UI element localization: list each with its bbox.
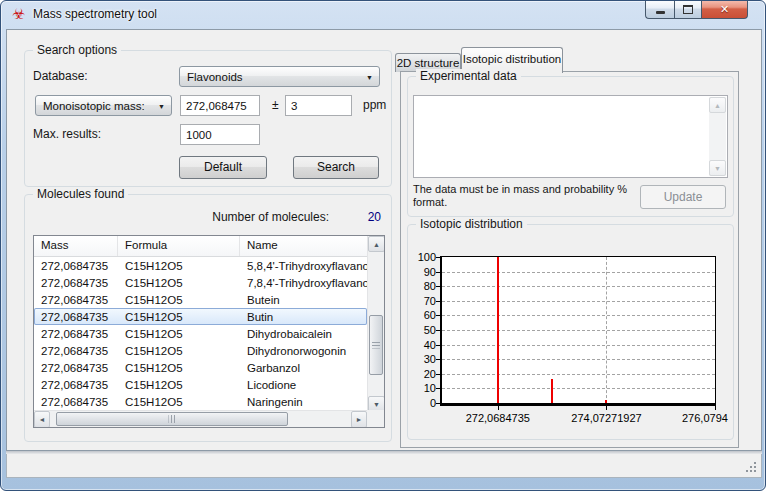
experimental-data-legend: Experimental data (416, 69, 521, 83)
tolerance-input[interactable] (285, 95, 352, 116)
window-controls: ✕ (645, 0, 748, 20)
default-button[interactable]: Default (179, 156, 267, 179)
column-header-mass[interactable]: Mass (34, 236, 118, 256)
cell-formula: C15H12O5 (118, 362, 240, 374)
scroll-up-button[interactable]: ▲ (709, 97, 726, 113)
y-tick-mark (436, 330, 440, 331)
x-tick-label: 274,07271927 (571, 412, 641, 424)
y-tick-label: 10 (408, 382, 436, 394)
cell-mass: 272,0684735 (34, 294, 118, 306)
scroll-down-button[interactable]: ▼ (709, 160, 726, 176)
isotopic-distribution-group: Isotopic distribution 010203040506070809… (407, 224, 734, 440)
gridline-horizontal (442, 330, 715, 331)
textarea-scrollbar[interactable]: ▲ ▼ (709, 97, 726, 176)
y-tick-label: 90 (408, 266, 436, 278)
x-tick-mark (498, 406, 499, 410)
molecules-legend: Molecules found (33, 187, 128, 201)
spectrum-peak (551, 379, 553, 403)
scroll-right-icon: ► (356, 416, 363, 423)
isotopic-chart: 0102030405060708090100272,0684735274,072… (408, 225, 733, 439)
table-row[interactable]: 272,0684735 C15H12O5 5,8,4'-Trihydroxyfl… (34, 257, 367, 274)
scrollbar-corner (367, 410, 384, 427)
table-row[interactable]: 272,0684735 C15H12O5 Licodione (34, 376, 367, 393)
close-button[interactable]: ✕ (702, 0, 748, 19)
vertical-scrollbar-thumb[interactable] (369, 315, 383, 375)
status-bar (6, 454, 762, 478)
scroll-right-button[interactable]: ► (351, 411, 367, 428)
cell-mass: 272,0684735 (34, 277, 118, 289)
gridline-horizontal (442, 359, 715, 360)
cell-name: Naringenin (240, 396, 367, 408)
y-tick-mark (436, 345, 440, 346)
gridline-horizontal (442, 345, 715, 346)
title-bar[interactable]: ☣ Mass spectrometry tool ✕ (1, 1, 765, 29)
gridline-vertical (606, 257, 607, 403)
table-row[interactable]: 272,0684735 C15H12O5 7,8,4'-Trihydroxyfl… (34, 274, 367, 291)
format-hint: The data must be in mass and probability… (413, 183, 627, 209)
y-tick-mark (436, 272, 440, 273)
client-area: Search options Database: Flavonoids ▼ Mo… (6, 29, 762, 451)
y-tick-mark (436, 301, 440, 302)
cell-name: Garbanzol (240, 362, 367, 374)
search-button[interactable]: Search (293, 156, 379, 179)
search-options-legend: Search options (33, 43, 121, 57)
resize-grip[interactable] (754, 470, 756, 472)
cell-formula: C15H12O5 (118, 396, 240, 408)
vertical-scrollbar[interactable]: ▲ ▼ (367, 236, 384, 412)
database-label: Database: (33, 69, 88, 83)
maximize-button[interactable] (674, 0, 702, 19)
window-title: Mass spectrometry tool (33, 7, 157, 21)
y-tick-mark (436, 374, 440, 375)
scroll-down-icon: ▼ (714, 165, 721, 172)
cell-name: Butein (240, 294, 367, 306)
y-tick-label: 0 (408, 397, 436, 409)
mass-mode-value: Monoisotopic mass: (43, 100, 145, 112)
column-header-name[interactable]: Name (240, 236, 367, 256)
cell-name: Licodione (240, 379, 367, 391)
ppm-label: ppm (363, 98, 386, 112)
horizontal-scrollbar[interactable]: ◄ ► (34, 410, 367, 427)
cell-mass: 272,0684735 (34, 396, 118, 408)
format-hint-line2: format. (413, 196, 627, 209)
gridline-horizontal (442, 272, 715, 273)
table-row[interactable]: 272,0684735 C15H12O5 Dihydrobaicalein (34, 325, 367, 342)
gridline-horizontal (442, 374, 715, 375)
molecules-table-body: 272,0684735 C15H12O5 5,8,4'-Trihydroxyfl… (34, 257, 367, 410)
horizontal-scrollbar-thumb[interactable] (56, 412, 288, 426)
y-tick-mark (436, 315, 440, 316)
table-row[interactable]: 272,0684735 C15H12O5 Dihydronorwogonin (34, 342, 367, 359)
biohazard-icon: ☣ (12, 6, 25, 22)
table-row[interactable]: 272,0684735 C15H12O5 Butein (34, 291, 367, 308)
table-row[interactable]: 272,0684735 C15H12O5 Butin (34, 308, 367, 325)
experimental-data-textarea[interactable]: ▲ ▼ (413, 95, 728, 178)
gridline-horizontal (442, 301, 715, 302)
scroll-up-icon: ▲ (714, 102, 721, 109)
cell-formula: C15H12O5 (118, 379, 240, 391)
y-tick-mark (436, 359, 440, 360)
y-tick-label: 60 (408, 309, 436, 321)
scroll-up-button[interactable]: ▲ (368, 236, 385, 252)
minimize-button[interactable] (645, 0, 674, 19)
cell-name: 5,8,4'-Trihydroxyflavanone (240, 260, 367, 272)
y-tick-label: 30 (408, 353, 436, 365)
y-tick-mark (436, 286, 440, 287)
molecule-count-value: 20 (368, 210, 381, 224)
cell-formula: C15H12O5 (118, 328, 240, 340)
update-button[interactable]: Update (640, 185, 726, 209)
table-row[interactable]: 272,0684735 C15H12O5 Naringenin (34, 393, 367, 410)
cell-name: Butin (240, 311, 367, 323)
y-tick-label: 100 (408, 251, 436, 263)
database-select[interactable]: Flavonoids ▼ (179, 66, 380, 87)
table-row[interactable]: 272,0684735 C15H12O5 Garbanzol (34, 359, 367, 376)
cell-mass: 272,0684735 (34, 379, 118, 391)
chevron-down-icon: ▼ (366, 74, 373, 81)
minimize-icon (656, 11, 665, 14)
mass-mode-select[interactable]: Monoisotopic mass: ▼ (35, 95, 172, 116)
column-header-formula[interactable]: Formula (118, 236, 240, 256)
cell-formula: C15H12O5 (118, 277, 240, 289)
scroll-left-button[interactable]: ◄ (34, 411, 50, 428)
cell-formula: C15H12O5 (118, 345, 240, 357)
gridline-horizontal (442, 286, 715, 287)
mass-input[interactable] (180, 95, 260, 116)
max-results-input[interactable] (180, 124, 260, 145)
